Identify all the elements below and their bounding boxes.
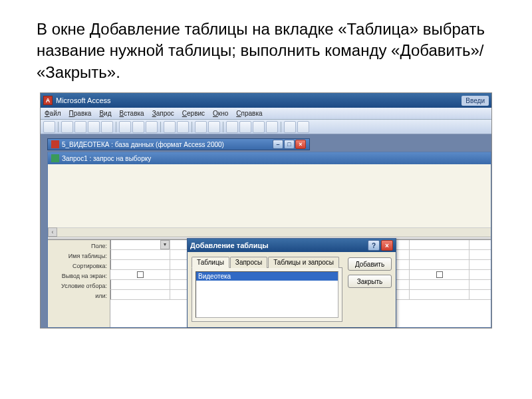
- scroll-left-button[interactable]: ‹: [48, 227, 57, 237]
- close-button[interactable]: ×: [295, 140, 306, 149]
- toolbar-button[interactable]: [74, 121, 86, 133]
- help-search-box[interactable]: Введи: [462, 96, 489, 106]
- minimize-button[interactable]: –: [273, 140, 283, 149]
- grid-row-labels: Поле: Имя таблицы: Сортировка: Вывод на …: [48, 240, 110, 327]
- label-show: Вывод на экран:: [48, 271, 107, 281]
- toolbar-button[interactable]: [208, 121, 220, 133]
- tab-content: Видеотека: [192, 267, 342, 322]
- dialog-tabs: Таблицы Запросы Таблицы и запросы: [192, 256, 342, 267]
- dialog-close-button[interactable]: ×: [381, 240, 393, 251]
- label-field: Поле:: [48, 241, 107, 251]
- label-table: Имя таблицы:: [48, 251, 107, 261]
- criteria-cell[interactable]: [410, 280, 469, 289]
- dialog-body: Таблицы Запросы Таблицы и запросы Видеот…: [188, 252, 396, 326]
- menu-bar: Файл Правка Вид Вставка Запрос Сервис Ок…: [41, 108, 491, 120]
- label-criteria: Условие отбора:: [48, 281, 107, 291]
- db-icon: [51, 140, 59, 148]
- field-cell[interactable]: [410, 240, 469, 249]
- list-item-selected[interactable]: Видеотека: [196, 272, 338, 281]
- checkbox-icon[interactable]: [436, 271, 443, 278]
- show-checkbox-cell[interactable]: [410, 270, 469, 279]
- toolbar-separator: [160, 122, 161, 132]
- toolbar-separator: [116, 122, 116, 132]
- db-window-title: 5_ВИДЕОТЕКА : база данных (формат Access…: [62, 141, 224, 148]
- menu-edit[interactable]: Правка: [69, 110, 92, 117]
- query-window-titlebar[interactable]: Запрос1 : запрос на выборку: [48, 152, 491, 164]
- toolbar-button[interactable]: [146, 121, 158, 133]
- or-cell[interactable]: [110, 290, 170, 299]
- access-screenshot: A Microsoft Access Введи Файл Правка Вид…: [40, 92, 492, 329]
- dialog-titlebar[interactable]: Добавление таблицы ? ×: [188, 239, 396, 252]
- app-titlebar: A Microsoft Access Введи: [41, 93, 491, 108]
- toolbar-separator: [223, 122, 223, 132]
- sort-cell[interactable]: [110, 260, 170, 269]
- menu-insert[interactable]: Вставка: [119, 110, 144, 117]
- toolbar-button[interactable]: [297, 121, 309, 133]
- sort-cell[interactable]: [410, 260, 469, 269]
- horizontal-scrollbar[interactable]: [57, 227, 491, 237]
- table-cell[interactable]: [410, 250, 469, 259]
- toolbar-button[interactable]: [43, 121, 55, 133]
- add-table-dialog: Добавление таблицы ? × Таблицы Запросы Т…: [187, 238, 396, 328]
- slide-instruction-text: В окне Добавление таблицы на вкладке «Та…: [0, 0, 532, 92]
- menu-file[interactable]: Файл: [45, 110, 61, 117]
- toolbar-button[interactable]: [239, 121, 251, 133]
- access-app-icon: A: [43, 96, 53, 105]
- menu-tools[interactable]: Сервис: [182, 110, 205, 117]
- table-cell[interactable]: [110, 250, 170, 259]
- criteria-cell[interactable]: [110, 280, 170, 289]
- tables-listbox[interactable]: Видеотека: [196, 271, 338, 318]
- label-sort: Сортировка:: [48, 261, 107, 271]
- toolbar-button[interactable]: [88, 121, 100, 133]
- query-window-title: Запрос1 : запрос на выборку: [62, 155, 151, 162]
- close-dialog-button[interactable]: Закрыть: [348, 275, 392, 288]
- show-checkbox-cell[interactable]: [110, 270, 170, 279]
- toolbar-button[interactable]: [266, 121, 278, 133]
- menu-window[interactable]: Окно: [213, 110, 228, 117]
- menu-view[interactable]: Вид: [99, 110, 111, 117]
- toolbar-separator: [192, 122, 192, 132]
- field-cell[interactable]: [110, 240, 170, 249]
- query-tables-pane[interactable]: ‹: [48, 164, 491, 237]
- query-icon: [51, 154, 59, 162]
- dialog-tabs-area: Таблицы Запросы Таблицы и запросы Видеот…: [192, 256, 342, 322]
- label-or: или:: [48, 291, 107, 301]
- app-title: Microsoft Access: [56, 96, 111, 104]
- menu-help[interactable]: Справка: [236, 110, 262, 117]
- toolbar-button[interactable]: [101, 121, 113, 133]
- toolbar-button[interactable]: [132, 121, 144, 133]
- toolbar-separator: [281, 122, 281, 132]
- toolbar-button[interactable]: [119, 121, 131, 133]
- tab-both[interactable]: Таблицы и запросы: [268, 257, 339, 268]
- toolbar-button[interactable]: [284, 121, 296, 133]
- dialog-buttons: Добавить Закрыть: [348, 256, 392, 322]
- add-button[interactable]: Добавить: [348, 257, 392, 271]
- checkbox-icon[interactable]: [137, 271, 144, 278]
- toolbar-button[interactable]: [195, 121, 207, 133]
- dialog-help-button[interactable]: ?: [368, 240, 380, 251]
- toolbar-button[interactable]: [226, 121, 238, 133]
- tab-queries[interactable]: Запросы: [230, 257, 267, 268]
- menu-query[interactable]: Запрос: [152, 110, 174, 117]
- dialog-title-text: Добавление таблицы: [190, 241, 366, 249]
- or-cell[interactable]: [410, 290, 469, 299]
- toolbar-button[interactable]: [164, 121, 176, 133]
- maximize-button[interactable]: □: [284, 140, 295, 149]
- toolbar-separator: [58, 122, 59, 132]
- main-toolbar: [41, 120, 491, 134]
- database-window-titlebar[interactable]: 5_ВИДЕОТЕКА : база данных (формат Access…: [47, 138, 310, 150]
- toolbar-button[interactable]: [61, 121, 73, 133]
- toolbar-button[interactable]: [253, 121, 265, 133]
- tab-tables[interactable]: Таблицы: [192, 257, 229, 268]
- toolbar-button[interactable]: [177, 121, 189, 133]
